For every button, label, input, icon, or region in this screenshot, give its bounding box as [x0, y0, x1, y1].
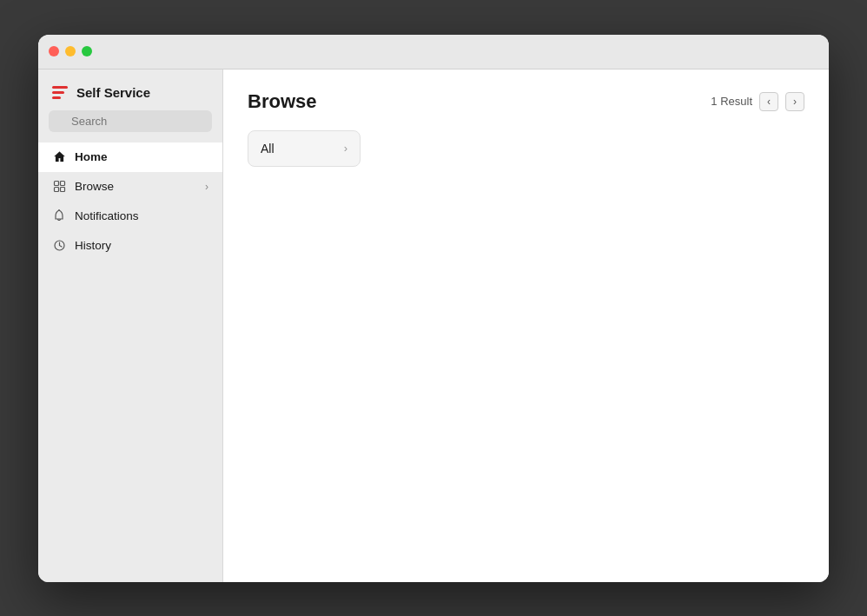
svg-rect-0	[54, 182, 58, 186]
browse-icon	[52, 180, 66, 194]
sidebar-item-notifications[interactable]: Notifications	[38, 202, 222, 231]
svg-rect-1	[60, 182, 64, 186]
next-arrow-button[interactable]: ›	[785, 92, 804, 111]
result-nav: 1 Result ‹ ›	[711, 92, 804, 111]
page-title: Browse	[248, 90, 316, 113]
category-all-label: All	[261, 142, 275, 156]
bell-icon	[52, 209, 66, 223]
result-count: 1 Result	[711, 95, 752, 108]
svg-rect-2	[54, 188, 58, 192]
titlebar	[38, 35, 829, 70]
category-all[interactable]: All ›	[248, 130, 361, 167]
application-window: Self Service 🔍 Home	[38, 35, 829, 582]
sidebar-item-browse-label: Browse	[75, 180, 114, 193]
close-button[interactable]	[49, 46, 59, 56]
sidebar-item-browse[interactable]: Browse ›	[38, 172, 222, 202]
prev-arrow-button[interactable]: ‹	[759, 92, 778, 111]
search-input[interactable]	[49, 110, 212, 132]
search-wrapper: 🔍	[49, 110, 212, 132]
sidebar-item-notifications-label: Notifications	[75, 209, 139, 222]
svg-rect-3	[60, 188, 64, 192]
browse-chevron-icon: ›	[205, 181, 208, 193]
sidebar: Self Service 🔍 Home	[38, 70, 223, 582]
content-area: Browse 1 Result ‹ › All ›	[223, 70, 829, 582]
sidebar-item-home-label: Home	[75, 150, 108, 163]
sidebar-item-history[interactable]: History	[38, 231, 222, 261]
content-header: Browse 1 Result ‹ ›	[248, 90, 804, 113]
sidebar-item-home[interactable]: Home	[38, 142, 222, 172]
clock-icon	[52, 239, 66, 253]
app-title: Self Service	[76, 85, 150, 100]
search-container: 🔍	[38, 110, 222, 142]
category-chevron-icon: ›	[344, 142, 347, 155]
hamburger-icon[interactable]	[52, 86, 68, 99]
maximize-button[interactable]	[82, 46, 92, 56]
traffic-lights	[49, 46, 92, 56]
sidebar-item-history-label: History	[75, 239, 111, 252]
main-layout: Self Service 🔍 Home	[38, 70, 829, 582]
sidebar-header: Self Service	[38, 70, 222, 110]
minimize-button[interactable]	[65, 46, 76, 56]
home-icon	[52, 150, 66, 164]
